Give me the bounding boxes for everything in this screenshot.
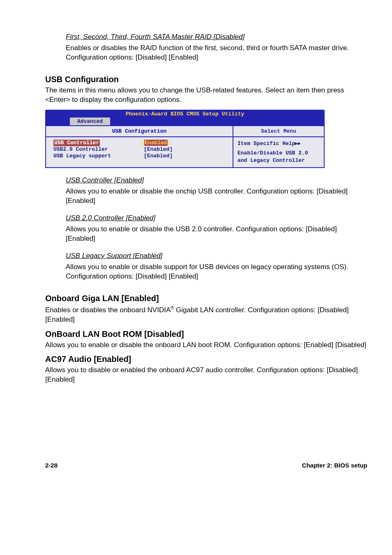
ac97-body: Allows you to disable or enabled the onb… bbox=[45, 366, 367, 385]
lan-boot-body: Allows you to enable or disable the onbo… bbox=[45, 341, 367, 350]
lan-boot-heading: OnBoard LAN Boot ROM [Disabled] bbox=[45, 329, 367, 339]
usb-config-heading: USB Configuration bbox=[45, 75, 367, 84]
usb-config-intro: The items in this menu allows you to cha… bbox=[45, 86, 367, 105]
bios-right-title: Select Menu bbox=[233, 126, 324, 137]
giga-lan-body: Enables or disables the onboard NVIDIA® … bbox=[45, 305, 367, 325]
giga-lan-heading: Onboard Giga LAN [Enabled] bbox=[45, 294, 367, 303]
bios-row-value: [Enabled] bbox=[144, 146, 173, 153]
bios-tab-advanced: Advanced bbox=[70, 117, 110, 125]
help-arrow-icon: ▸▸ bbox=[295, 140, 301, 146]
bios-row-label: USB Controller bbox=[53, 140, 100, 146]
usb-legacy-body: Allows you to enable or disable support … bbox=[66, 263, 367, 281]
bios-left-title: USB Configuration bbox=[46, 126, 233, 137]
usb-legacy-title: USB Legacy Support [Enabled] bbox=[66, 252, 367, 260]
sata-raid-body: Enables or disables the RAID function of… bbox=[66, 44, 367, 62]
bios-row-usb20: USB2.0 Controller [Enabled] bbox=[53, 146, 228, 153]
usb20-controller-title: USB 2.0 Controller [Enabled] bbox=[66, 214, 367, 222]
bios-tab-row: Advanced bbox=[45, 117, 325, 126]
bios-help-title: Item Specific Help▸▸ bbox=[238, 140, 321, 147]
sata-raid-title: First, Second, Third, Fourth SATA Master… bbox=[66, 33, 367, 41]
bios-row-label: USB2.0 Controller bbox=[53, 146, 144, 153]
bios-row-value: [Enabled] bbox=[141, 140, 171, 146]
bios-row-usb-controller: USB Controller [Enabled] bbox=[53, 140, 228, 146]
usb20-controller-body: Allows you to enable or disable the USB … bbox=[66, 225, 367, 244]
usb-controller-title: USB Controller [Enabled] bbox=[66, 176, 367, 184]
bios-screenshot: Phoenix-Award BIOS CMOS Setup Utility Ad… bbox=[45, 110, 325, 168]
bios-row-value: [Enabled] bbox=[144, 153, 173, 159]
bios-title: Phoenix-Award BIOS CMOS Setup Utility bbox=[45, 110, 325, 117]
usb-controller-body: Allows you to enable or disable the onch… bbox=[66, 187, 367, 206]
bios-row-usb-legacy: USB Legacy support [Enabled] bbox=[53, 153, 228, 159]
bios-help-body: Enable/Disable USB 2.0 and Legacy Contro… bbox=[238, 150, 321, 164]
page-number: 2-28 bbox=[45, 462, 58, 469]
chapter-label: Chapter 2: BIOS setup bbox=[302, 462, 367, 469]
bios-row-label: USB Legacy support bbox=[53, 153, 144, 159]
ac97-heading: AC97 Audio [Enabled] bbox=[45, 355, 367, 364]
